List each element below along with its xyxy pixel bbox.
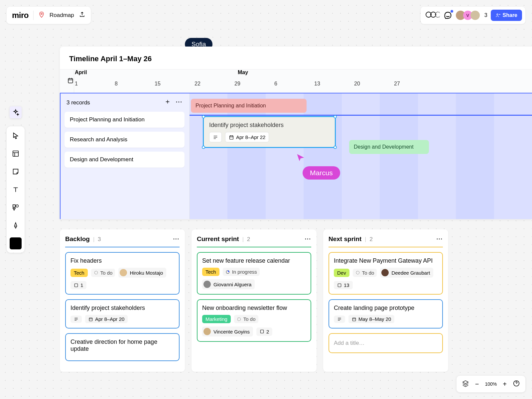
svg-rect-11 (74, 284, 77, 287)
insert-line (190, 115, 532, 116)
svg-rect-5 (13, 151, 19, 157)
selected-bar-title: Identify project stakeholders (209, 122, 330, 129)
card[interactable]: Fix headers Tech To do Hiroku Mostajo 1 (65, 252, 180, 295)
column-next-sprint[interactable]: Next sprint|2 ··· Integrate New Payment … (323, 229, 448, 372)
card[interactable]: Integrate New Payment Gateway API Dev To… (329, 252, 443, 295)
card-title: Integrate New Payment Gateway API (334, 257, 438, 264)
board-name[interactable]: Roadmap (50, 12, 74, 19)
card-title: Fix headers (70, 257, 174, 264)
calendar-icon[interactable] (67, 77, 74, 85)
zoom-in-button[interactable]: + (503, 380, 507, 388)
svg-point-4 (497, 14, 498, 15)
month-label: April (74, 69, 237, 81)
timeline-records-panel: 3 records ··· Project Planning and Initi… (60, 93, 190, 219)
gantt-area[interactable]: Project Planning and Initiation Design a… (190, 93, 532, 219)
presence-avatars[interactable]: V (456, 11, 480, 20)
pin-icon[interactable] (38, 11, 45, 19)
subtask-count: 1 (70, 281, 86, 289)
timeline-side-head (60, 69, 74, 93)
svg-rect-18 (352, 318, 355, 321)
date-chip[interactable]: Apr 8–Apr 22 (225, 132, 269, 142)
record-item[interactable]: Project Planning and Initiation (65, 112, 185, 128)
zoom-out-button[interactable]: − (475, 380, 479, 388)
card[interactable]: Identify project stakeholders Apr 8–Apr … (65, 299, 180, 329)
description-icon (70, 316, 82, 323)
timeline-title: Timeline April 1–May 26 (60, 47, 532, 69)
topbar-left: miro Roadmap (7, 7, 91, 24)
subtask-count: 2 (256, 328, 272, 336)
column-title: Backlog (65, 235, 90, 243)
status-todo: To do (234, 315, 258, 323)
kanban-board: Backlog|3 ··· Fix headers Tech To do Hir… (60, 229, 448, 372)
card[interactable]: Creative direction for home page update (65, 333, 180, 361)
card[interactable]: Set new feature release calendar Tech In… (197, 252, 311, 295)
more-icon[interactable]: ··· (173, 236, 180, 242)
svg-rect-12 (89, 318, 92, 321)
presence-cursor-marcus: Marcus (303, 166, 340, 180)
shapes-tool[interactable] (10, 201, 22, 213)
more-icon[interactable]: ··· (176, 99, 183, 106)
assignee: Deedee Graubart (380, 268, 433, 278)
share-button[interactable]: Share (491, 10, 522, 21)
svg-point-7 (16, 205, 18, 207)
svg-rect-15 (260, 330, 263, 333)
record-item[interactable]: Research and Analysis (65, 132, 185, 148)
presence-count: 3 (484, 12, 487, 18)
timeline-widget[interactable]: Timeline April 1–May 26 April May 1 8 15… (60, 47, 532, 219)
layers-icon[interactable] (462, 380, 469, 388)
gantt-bar-planning[interactable]: Project Planning and Initiation (191, 99, 307, 113)
svg-point-16 (356, 271, 359, 274)
card-title: Set new feature release calendar (202, 257, 306, 264)
column-backlog[interactable]: Backlog|3 ··· Fix headers Tech To do Hir… (60, 229, 185, 372)
tag-tech: Tech (70, 269, 88, 277)
column-count: 2 (247, 236, 250, 243)
reactions-icon[interactable] (443, 11, 453, 20)
topbar-right: V 3 Share (421, 7, 525, 24)
sticky-tool[interactable] (10, 166, 22, 178)
timeline-dates: 1 8 15 22 29 6 13 20 27 (74, 81, 532, 93)
column-title: Next sprint (329, 235, 361, 243)
subtask-count: 13 (334, 281, 353, 289)
date-chip: May 8–May 20 (348, 315, 394, 323)
svg-rect-8 (68, 78, 72, 83)
select-tool[interactable] (10, 130, 22, 142)
add-record-icon[interactable] (165, 99, 171, 106)
assignee: Hiroku Mostajo (118, 268, 166, 278)
card[interactable]: Create landing page prototype May 8–May … (329, 299, 443, 329)
miro-logo[interactable]: miro (12, 11, 29, 20)
month-label: May (237, 69, 248, 81)
records-count: 3 records (66, 99, 90, 106)
zoom-value[interactable]: 100% (485, 381, 497, 387)
zoom-controls: − 100% + (457, 376, 525, 392)
template-tool[interactable] (10, 148, 22, 160)
gantt-bar-selected[interactable]: Identify project stakeholders Apr 8–Apr … (203, 116, 336, 148)
ai-tool[interactable] (10, 106, 22, 118)
assignee: Vincente Goyins (202, 327, 253, 336)
card-title: Creative direction for home page update (70, 338, 174, 352)
add-card-placeholder: Add a title… (334, 340, 438, 346)
column-current-sprint[interactable]: Current sprint|2 ··· Set new feature rel… (192, 229, 317, 372)
card[interactable]: New onboarding newsletter flow Marketing… (197, 299, 311, 342)
date-chip: Apr 8–Apr 20 (85, 315, 128, 323)
more-icon[interactable]: ··· (437, 236, 443, 242)
help-icon[interactable] (513, 380, 520, 388)
svg-rect-9 (230, 136, 233, 139)
description-icon (334, 316, 345, 323)
record-item[interactable]: Design and Development (65, 152, 185, 168)
faces-icon[interactable] (425, 11, 440, 20)
gantt-bar-design[interactable]: Design and Development (349, 140, 429, 154)
text-tool[interactable] (10, 184, 22, 196)
more-icon[interactable]: ··· (305, 236, 311, 242)
description-icon[interactable] (209, 132, 222, 142)
status-todo: To do (353, 269, 377, 277)
add-card[interactable]: Add a title… (329, 333, 443, 353)
card-title: Create landing page prototype (334, 305, 438, 312)
tag-tech: Tech (202, 268, 219, 276)
upload-icon[interactable] (79, 11, 85, 19)
column-count: 3 (98, 236, 101, 243)
pen-tool[interactable] (10, 219, 22, 231)
svg-point-10 (94, 271, 97, 274)
divider (33, 11, 34, 20)
add-tool[interactable] (10, 237, 22, 249)
status-in-progress: In progress (223, 268, 260, 276)
